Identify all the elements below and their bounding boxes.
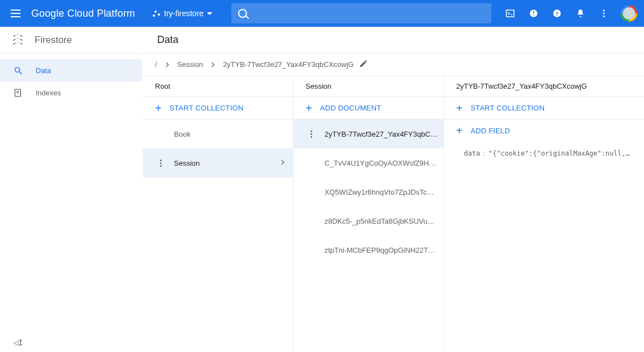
breadcrumb-collection[interactable]: Session: [177, 60, 203, 69]
document-id: 2yTYB-7Twcf3e27_Yax4FY3qbCXcowjG: [325, 130, 438, 138]
alert-icon[interactable]: [527, 7, 540, 20]
document-id: XQ5WIZwy1r6hnqVto7ZpJDsTcXfjuA: [325, 188, 438, 196]
notifications-icon[interactable]: [574, 7, 587, 20]
document-item[interactable]: 2yTYB-7Twcf3e27_Yax4FY3qbCXcowjG: [293, 119, 443, 148]
project-picker[interactable]: try-firestore: [147, 3, 217, 23]
sidebar-item-label: Data: [36, 66, 51, 75]
indexes-icon: [12, 88, 23, 98]
breadcrumb: / Session 2yTYB-7Twcf3e27_Yax4FY3qbCXcow…: [143, 54, 644, 76]
collection-item-book[interactable]: Book: [143, 119, 293, 148]
document-id: C_TvV4U1YgCoOyAOXWsfZ9HYHQe: [325, 159, 438, 167]
search-icon: [238, 9, 247, 18]
collapse-sidebar-button[interactable]: ◁I: [0, 333, 142, 352]
breadcrumb-root[interactable]: /: [155, 60, 157, 69]
caret-down-icon: [207, 12, 212, 15]
collection-name: Session: [174, 159, 270, 167]
edit-path-button[interactable]: [359, 59, 368, 70]
svg-point-7: [603, 16, 605, 17]
help-icon[interactable]: ?: [550, 7, 564, 20]
collection-item-session[interactable]: Session: [143, 148, 293, 177]
gcp-brand[interactable]: Google Cloud Platform: [31, 8, 135, 20]
start-collection-button[interactable]: + START COLLECTION: [143, 97, 293, 119]
svg-rect-2: [533, 15, 534, 16]
add-document-button[interactable]: + ADD DOCUMENT: [293, 97, 443, 119]
action-label: ADD DOCUMENT: [320, 104, 381, 112]
topbar-actions: ?: [503, 5, 637, 22]
document-id: z8DKc5-_p5nkEdTa8GjbKSUVuCOWc: [325, 217, 438, 225]
main-area: Data / Session 2yTYB-7Twcf3e27_Yax4FY3qb…: [143, 27, 644, 352]
side-nav: Firestore Data Indexes ◁I: [0, 27, 143, 352]
svg-text:?: ?: [555, 11, 559, 17]
sidebar-item-label: Indexes: [36, 89, 61, 97]
product-header[interactable]: Firestore: [0, 27, 142, 54]
document-id: ztpTni-MCbFEP9qgOpGiNH22TWoLN: [325, 246, 438, 254]
row-menu-icon[interactable]: [306, 131, 317, 138]
document-field[interactable]: data : "{"cookie":{"originalMaxAge":null…: [444, 142, 644, 157]
sidebar-item-indexes[interactable]: Indexes: [0, 81, 142, 104]
document-item[interactable]: z8DKc5-_p5nkEdTa8GjbKSUVuCOWc: [293, 206, 443, 235]
field-value: "{"cookie":{"originalMaxAge":null,…: [488, 150, 630, 157]
chevron-right-icon: [163, 60, 172, 69]
add-field-button[interactable]: + ADD FIELD: [444, 119, 644, 142]
breadcrumb-document[interactable]: 2yTYB-7Twcf3e27_Yax4FY3qbCXcowjG: [223, 60, 354, 69]
column-collection: Session + ADD DOCUMENT 2yTYB-7Twcf3e27_Y…: [293, 76, 444, 352]
search-icon: [12, 66, 23, 75]
firestore-logo-icon: [12, 35, 23, 46]
field-key: data: [464, 150, 480, 157]
column-root-title: Root: [143, 76, 293, 97]
svg-point-8: [14, 67, 19, 71]
menu-icon[interactable]: [9, 7, 22, 20]
action-label: START COLLECTION: [471, 104, 545, 112]
project-name: try-firestore: [164, 9, 204, 18]
collection-name: Book: [174, 130, 287, 138]
document-item[interactable]: ztpTni-MCbFEP9qgOpGiNH22TWoLN: [293, 235, 443, 264]
top-app-bar: Google Cloud Platform try-firestore ?: [0, 0, 644, 27]
project-icon: [153, 9, 161, 17]
account-avatar[interactable]: [621, 5, 637, 22]
action-label: START COLLECTION: [170, 104, 244, 112]
page-title: Data: [143, 27, 644, 54]
side-nav-list: Data Indexes: [0, 54, 142, 333]
row-menu-icon[interactable]: [155, 160, 166, 167]
action-label: ADD FIELD: [471, 127, 510, 135]
document-item[interactable]: XQ5WIZwy1r6hnqVto7ZpJDsTcXfjuA: [293, 177, 443, 206]
chevron-right-icon: [209, 60, 217, 69]
global-search[interactable]: [231, 3, 491, 23]
sidebar-item-data[interactable]: Data: [0, 59, 142, 81]
svg-rect-1: [533, 11, 534, 14]
column-root: Root + START COLLECTION Book Session: [143, 76, 293, 352]
svg-line-9: [19, 71, 21, 74]
svg-point-5: [603, 9, 605, 11]
kebab-icon[interactable]: [597, 7, 611, 20]
column-document-title: 2yTYB-7Twcf3e27_Yax4FY3qbCXcowjG: [444, 76, 644, 97]
column-collection-title: Session: [293, 76, 443, 97]
product-name: Firestore: [35, 35, 72, 46]
svg-point-6: [603, 13, 605, 15]
doc-start-collection-button[interactable]: + START COLLECTION: [444, 97, 644, 119]
cloud-shell-icon[interactable]: [503, 7, 517, 20]
chevron-right-icon: [278, 158, 287, 168]
document-item[interactable]: C_TvV4U1YgCoOyAOXWsfZ9HYHQe: [293, 148, 443, 177]
data-columns: Root + START COLLECTION Book Session: [143, 76, 644, 352]
column-document: 2yTYB-7Twcf3e27_Yax4FY3qbCXcowjG + START…: [444, 76, 644, 352]
